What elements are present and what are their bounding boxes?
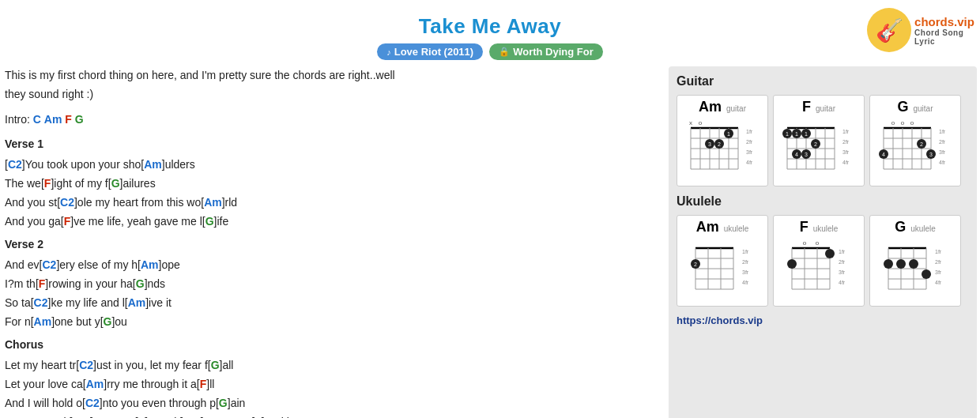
chords-panel: Guitar Am guitar x o bbox=[669, 66, 977, 418]
song-badge[interactable]: 🔒 Worth Dying For bbox=[489, 43, 603, 60]
svg-text:2fr: 2fr bbox=[746, 139, 753, 145]
svg-point-116 bbox=[896, 259, 906, 269]
badge-row: ♪ Love Riot (2011) 🔒 Worth Dying For bbox=[0, 43, 980, 60]
svg-text:o: o bbox=[699, 119, 703, 126]
svg-text:1: 1 bbox=[805, 131, 808, 137]
verse1-section: Verse 1 [C2]You took upon your sho[Am]ul… bbox=[5, 135, 661, 231]
svg-point-101 bbox=[787, 259, 797, 269]
lyrics-line: And you st[C2]ole my heart from this wo[… bbox=[5, 194, 661, 213]
verse2-section: Verse 2 And ev[C2]ery else of my h[Am]op… bbox=[5, 235, 661, 331]
svg-text:3fr: 3fr bbox=[746, 149, 753, 155]
g-ukulele-fretboard: 1fr 2fr 3fr 4fr bbox=[876, 237, 955, 304]
lyrics-line: Let my heart tr[C2]ust in you, let my fe… bbox=[5, 356, 661, 375]
verse2-title: Verse 2 bbox=[5, 235, 661, 254]
verse1-title: Verse 1 bbox=[5, 135, 661, 154]
svg-text:2: 2 bbox=[814, 141, 817, 147]
svg-text:2fr: 2fr bbox=[935, 259, 942, 265]
lock-icon: 🔒 bbox=[499, 47, 510, 57]
lyrics-line: And you ga[F]ve me life, yeah gave me l[… bbox=[5, 213, 661, 232]
header: Take Me Away ♪ Love Riot (2011) 🔒 Worth … bbox=[0, 0, 980, 66]
svg-text:3fr: 3fr bbox=[742, 269, 749, 275]
chord-am-type: guitar bbox=[726, 104, 746, 113]
chord-f-uke-name: F bbox=[800, 219, 808, 235]
chorus-title: Chorus bbox=[5, 336, 661, 355]
svg-text:4fr: 4fr bbox=[742, 280, 749, 285]
svg-text:2: 2 bbox=[718, 141, 721, 147]
svg-text:1fr: 1fr bbox=[742, 249, 749, 254]
chord-g-uke-type: ukulele bbox=[910, 224, 936, 233]
logo-icon: 🎸 bbox=[867, 8, 911, 52]
lyrics-line: And ev[C2]ery else of my h[Am]ope bbox=[5, 256, 661, 275]
lyrics-line: For n[Am]one but y[G]ou bbox=[5, 313, 661, 332]
svg-text:4fr: 4fr bbox=[839, 280, 846, 285]
svg-point-115 bbox=[884, 259, 893, 269]
chord-g-ukulele: G ukulele bbox=[869, 215, 961, 307]
lyrics-line: Let your love ca[Am]rry me through it a[… bbox=[5, 375, 661, 394]
lyrics-line: I?m th[F]rowing in your ha[G]nds bbox=[5, 275, 661, 294]
chord-f-uke-type: ukulele bbox=[813, 224, 839, 233]
svg-text:4: 4 bbox=[882, 152, 885, 157]
chord-f-type: guitar bbox=[816, 104, 835, 113]
guitar-diagrams-row: Am guitar x o bbox=[677, 95, 969, 186]
page-title: Take Me Away bbox=[0, 14, 980, 39]
svg-text:1fr: 1fr bbox=[746, 129, 753, 134]
svg-text:2: 2 bbox=[694, 262, 697, 267]
svg-text:1: 1 bbox=[795, 131, 798, 137]
chord-f-guitar: F guitar 1 bbox=[773, 95, 865, 186]
logo: 🎸 chords.vip Chord Song Lyric bbox=[869, 6, 972, 54]
lyrics-line: [C2]You took upon your sho[Am]ulders bbox=[5, 156, 661, 175]
svg-text:3fr: 3fr bbox=[839, 269, 846, 275]
logo-site: chords.vip bbox=[914, 15, 974, 28]
svg-text:3: 3 bbox=[929, 152, 933, 157]
svg-text:1fr: 1fr bbox=[939, 129, 946, 134]
svg-text:o: o bbox=[816, 239, 820, 247]
svg-text:2fr: 2fr bbox=[939, 139, 946, 145]
svg-text:4fr: 4fr bbox=[939, 160, 946, 165]
album-badge[interactable]: ♪ Love Riot (2011) bbox=[377, 43, 483, 60]
chord-am-uke-type: ukulele bbox=[724, 224, 749, 233]
am-ukulele-fretboard: 2 1fr 2fr 3fr 4fr bbox=[683, 237, 762, 304]
chord-f-name: F bbox=[802, 99, 811, 115]
song-badge-label: Worth Dying For bbox=[513, 46, 594, 58]
svg-point-100 bbox=[825, 249, 835, 258]
svg-text:3fr: 3fr bbox=[935, 269, 942, 275]
svg-text:4fr: 4fr bbox=[746, 160, 753, 165]
svg-text:1fr: 1fr bbox=[842, 129, 850, 134]
chord-g-type: guitar bbox=[914, 104, 933, 113]
svg-text:o: o bbox=[891, 119, 895, 126]
svg-text:1: 1 bbox=[727, 131, 730, 137]
logo-text: chords.vip Chord Song Lyric bbox=[914, 15, 974, 46]
chord-am-uke-name: Am bbox=[696, 219, 719, 235]
music-icon: ♪ bbox=[386, 47, 391, 57]
svg-text:4fr: 4fr bbox=[935, 280, 942, 285]
svg-text:o: o bbox=[901, 119, 905, 126]
lyrics-line: And I will hold o[C2]nto you even throug… bbox=[5, 394, 661, 413]
svg-text:o: o bbox=[910, 119, 914, 126]
chorus-section: Chorus Let my heart tr[C2]ust in you, le… bbox=[5, 336, 661, 418]
g-guitar-fretboard: o o o 2 bbox=[876, 117, 955, 184]
chord-g-name: G bbox=[897, 99, 908, 115]
svg-text:1fr: 1fr bbox=[839, 249, 846, 254]
svg-text:3fr: 3fr bbox=[939, 149, 946, 155]
lyrics-column: This is my first chord thing on here, an… bbox=[5, 66, 669, 418]
svg-point-118 bbox=[922, 269, 931, 279]
album-badge-label: Love Riot (2011) bbox=[394, 46, 473, 58]
f-ukulele-fretboard: o o 1fr 2fr 3fr 4fr bbox=[779, 237, 858, 304]
chord-am-ukulele: Am ukulele 2 1fr 2fr bbox=[677, 215, 768, 307]
svg-text:2fr: 2fr bbox=[842, 139, 850, 145]
svg-text:3: 3 bbox=[805, 152, 808, 157]
chord-g-guitar: G guitar o o o bbox=[869, 95, 961, 186]
lyrics-line: So ta[C2]ke my life and l[Am]ive it bbox=[5, 294, 661, 313]
chord-g-uke-name: G bbox=[895, 219, 906, 235]
guitar-section-title: Guitar bbox=[677, 74, 969, 88]
svg-text:4fr: 4fr bbox=[842, 160, 850, 165]
chord-am-name: Am bbox=[699, 99, 722, 115]
svg-point-117 bbox=[909, 259, 918, 269]
f-guitar-fretboard: 1 1 1 2 3 4 1fr 2fr 3fr 4fr bbox=[779, 117, 858, 184]
am-guitar-fretboard: x o 1 bbox=[683, 117, 762, 184]
ukulele-diagrams-row: Am ukulele 2 1fr 2fr bbox=[677, 215, 969, 307]
main-layout: This is my first chord thing on here, an… bbox=[0, 66, 980, 418]
svg-text:2fr: 2fr bbox=[839, 259, 846, 265]
svg-text:1fr: 1fr bbox=[935, 249, 942, 254]
svg-text:3fr: 3fr bbox=[842, 149, 850, 155]
